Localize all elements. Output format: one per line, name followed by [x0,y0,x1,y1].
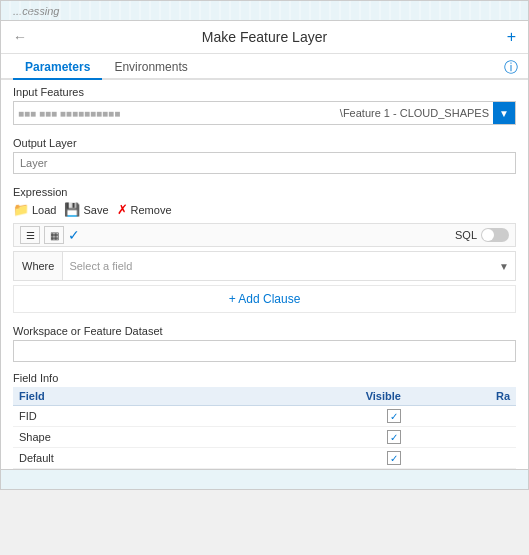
save-icon: 💾 [64,202,80,217]
toggle-knob [482,229,494,241]
ra-fid [407,406,516,427]
query-tool-1[interactable]: ☰ [20,226,40,244]
expression-section: Expression 📁 Load 💾 Save ✗ Remove ☰ ▦ ✓ [1,182,528,321]
info-icon[interactable]: ⓘ [504,59,518,77]
tabs-bar: Parameters Environments ⓘ [1,54,528,80]
workspace-section: Workspace or Feature Dataset [1,321,528,368]
field-table: Field Visible Ra FID Shape [13,387,516,469]
query-tools-bar: ☰ ▦ ✓ SQL [13,223,516,247]
workspace-input[interactable] [13,340,516,362]
remove-icon: ✗ [117,202,128,217]
sql-label: SQL [455,229,477,241]
title-bar: ← Make Feature Layer + [1,21,528,54]
where-label: Where [14,252,63,280]
table-row: Default [13,448,516,469]
remove-button[interactable]: ✗ Remove [117,202,172,217]
table-row: Shape [13,427,516,448]
input-features-path: \Feature 1 - CLOUD_SHAPES [336,107,493,119]
where-container: Where Select a field ▼ [13,251,516,281]
input-features-wrapper: ■■■ ■■■ ■■■■■■■■■■ \Feature 1 - CLOUD_SH… [13,101,516,125]
input-features-row: ■■■ ■■■ ■■■■■■■■■■ \Feature 1 - CLOUD_SH… [13,101,516,125]
output-layer-row [13,152,516,174]
sql-toggle-row: SQL [455,228,509,242]
visible-shape[interactable] [209,427,407,448]
expression-label: Expression [13,186,516,198]
checkbox-shape-visible[interactable] [387,430,401,444]
load-button[interactable]: 📁 Load [13,202,56,217]
col-field: Field [13,387,209,406]
checkbox-fid-visible[interactable] [387,409,401,423]
folder-icon: 📁 [13,202,29,217]
save-button[interactable]: 💾 Save [64,202,108,217]
back-icon[interactable]: ← [13,29,27,45]
field-name-fid: FID [13,406,209,427]
torn-bottom-edge [1,469,528,489]
expression-toolbar: 📁 Load 💾 Save ✗ Remove [13,202,516,217]
col-visible: Visible [209,387,407,406]
input-features-dropdown[interactable]: ▼ [493,102,515,124]
visible-default[interactable] [209,448,407,469]
where-chevron-icon: ▼ [493,261,515,272]
add-clause-button[interactable]: + Add Clause [13,285,516,313]
field-name-default: Default [13,448,209,469]
check-mark[interactable]: ✓ [68,227,80,243]
visible-fid[interactable] [209,406,407,427]
col-ra: Ra [407,387,516,406]
workspace-input-wrapper [13,340,516,362]
tab-environments[interactable]: Environments [102,54,199,80]
ra-shape [407,427,516,448]
output-layer-section: Output Layer [1,131,528,182]
input-features-section: Input Features ■■■ ■■■ ■■■■■■■■■■ \Featu… [1,80,528,131]
query-tools-left: ☰ ▦ ✓ [20,226,80,244]
torn-top-edge: ...cessing [1,1,528,21]
input-features-label: Input Features [13,86,516,98]
output-layer-input[interactable] [14,157,515,169]
field-info-label: Field Info [13,372,516,384]
output-layer-label: Output Layer [13,137,516,149]
main-window: ...cessing ← Make Feature Layer + Parame… [0,0,529,490]
field-info-section: Field Info Field Visible Ra FID S [1,368,528,469]
input-features-value: ■■■ ■■■ ■■■■■■■■■■ [14,108,336,119]
add-icon[interactable]: + [507,28,516,46]
table-header-row: Field Visible Ra [13,387,516,406]
add-clause-label: + Add Clause [229,292,301,306]
sql-toggle-switch[interactable] [481,228,509,242]
tab-parameters[interactable]: Parameters [13,54,102,80]
where-row: Where Select a field ▼ [13,251,516,281]
workspace-label: Workspace or Feature Dataset [13,325,516,337]
breadcrumb-text: ...cessing [13,5,59,17]
checkbox-default-visible[interactable] [387,451,401,465]
query-tool-2[interactable]: ▦ [44,226,64,244]
window-title: Make Feature Layer [202,29,327,45]
field-name-shape: Shape [13,427,209,448]
field-select[interactable]: Select a field [63,260,493,272]
table-row: FID [13,406,516,427]
ra-default [407,448,516,469]
